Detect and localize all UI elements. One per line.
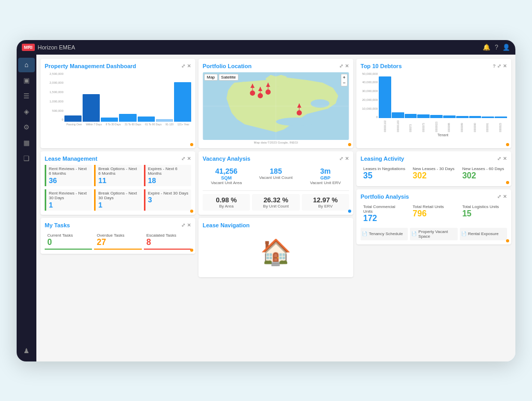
vacancy-analysis-widget: Vacancy Analysis ⤢ ✕ 41,256 SQM Vacant U… bbox=[198, 151, 353, 215]
sidebar: ⌂ ▣ ☰ ◈ ⚙ ▦ ❑ ♟ bbox=[17, 55, 36, 361]
house-icon[interactable]: 🏠 bbox=[260, 238, 291, 267]
app-layout: ⌂ ▣ ☰ ◈ ⚙ ▦ ❑ ♟ Property Management Dash… bbox=[17, 55, 515, 361]
sidebar-item-layers[interactable]: ❑ bbox=[18, 151, 35, 166]
vacancy-by-unit: 26.32 % By Unit Count bbox=[252, 194, 299, 211]
close-icon[interactable]: ✕ bbox=[345, 63, 349, 69]
lease-grid-row2: Rent Reviews - Next 30 Days 1 Break Opti… bbox=[45, 189, 191, 211]
expand-icon[interactable]: ⤢ bbox=[497, 63, 501, 69]
question-icon[interactable]: ? bbox=[493, 63, 496, 69]
leasing-negotiations: Leases in Negotiations 35 bbox=[361, 165, 408, 182]
svg-point-17 bbox=[297, 110, 302, 115]
help-icon[interactable]: ? bbox=[495, 44, 498, 51]
leasing-activity-widget: Leasing Activity ⤢ ✕ Leases in Negotiati… bbox=[356, 151, 511, 186]
lease-item-expire-30d: Expire - Next 30 Days 3 bbox=[144, 189, 191, 211]
bell-icon[interactable]: 🔔 bbox=[483, 44, 490, 51]
vacancy-sqm: 41,256 SQM Vacant Unit Area bbox=[203, 165, 250, 187]
svg-point-14 bbox=[265, 89, 271, 95]
sidebar-item-tag[interactable]: ◈ bbox=[18, 105, 35, 119]
top-debtors-widget: Top 10 Debtors ? ⤢ ✕ 50,000,000 40,000,0… bbox=[356, 59, 511, 148]
close-icon[interactable]: ✕ bbox=[187, 223, 191, 228]
vacancy-count: 185 Vacant Unit Count bbox=[252, 165, 299, 187]
chart-corner-dot bbox=[190, 143, 193, 146]
debtors-bars bbox=[379, 72, 507, 118]
sidebar-item-list[interactable]: ☰ bbox=[18, 89, 35, 104]
zoom-control[interactable]: +− bbox=[341, 74, 348, 86]
rental-exposure-link[interactable]: 📄 Rental Exposure bbox=[460, 228, 507, 240]
expand-icon[interactable]: ⤢ bbox=[339, 156, 343, 161]
app-title: Horizon EMEA bbox=[38, 44, 75, 50]
lease-item-break-30d: Break Options - Next 30 Days 1 bbox=[94, 189, 141, 211]
overdue-tasks-item: Overdue Tasks 27 bbox=[94, 231, 141, 250]
debtor-bar-3 bbox=[405, 114, 417, 118]
close-icon[interactable]: ✕ bbox=[503, 156, 507, 161]
lease-icons: ⤢ ✕ bbox=[181, 156, 191, 161]
portfolio-corner-dot bbox=[506, 239, 509, 242]
bar-6 bbox=[156, 119, 173, 122]
document-icon: 📄 bbox=[411, 231, 417, 236]
bar-2 bbox=[83, 94, 100, 121]
document-icon: 📄 bbox=[461, 231, 467, 236]
map-container: Map Satellite +− bbox=[203, 72, 349, 140]
top-debtors-title: Top 10 Debtors ? ⤢ ✕ bbox=[361, 63, 507, 69]
lease-item-break-6m: Break Options - Next 6 Months 11 bbox=[94, 165, 141, 186]
vacancy-erv: 3m GBP Vacant Unit ERV bbox=[302, 165, 349, 187]
portfolio-metrics: Total Commercial Units 172 Total Retail … bbox=[361, 203, 507, 225]
map-corner-dot bbox=[348, 143, 351, 146]
leasing-corner-dot bbox=[506, 181, 509, 184]
leasing-icons: ⤢ ✕ bbox=[497, 156, 507, 161]
close-icon[interactable]: ✕ bbox=[503, 194, 507, 199]
user-icon[interactable]: 👤 bbox=[502, 44, 510, 51]
satellite-button[interactable]: Satellite bbox=[219, 74, 238, 81]
mri-logo-text: MRI bbox=[22, 44, 35, 51]
bar-5 bbox=[138, 117, 155, 122]
map-svg bbox=[203, 72, 349, 140]
tenancy-schedule-link[interactable]: 📄 Tenancy Schedule bbox=[361, 228, 408, 240]
property-vacant-link[interactable]: 📄 Property Vacant Space bbox=[410, 228, 457, 240]
vacancy-by-area: 0.98 % By Area bbox=[203, 194, 250, 211]
close-icon[interactable]: ✕ bbox=[187, 156, 191, 161]
debtors-corner-dot bbox=[506, 143, 509, 146]
top-row: Property Management Dashboard ⤢ ✕ 2,500,… bbox=[41, 59, 511, 148]
portfolio-commercial: Total Commercial Units 172 bbox=[361, 203, 408, 225]
tasks-corner-dot bbox=[190, 249, 193, 252]
divider bbox=[203, 190, 349, 191]
expand-icon[interactable]: ⤢ bbox=[497, 194, 501, 199]
escalated-tasks-item: Escalated Tasks 8 bbox=[144, 231, 191, 250]
leasing-new-60d: New Leases - 60 Days 302 bbox=[460, 165, 507, 182]
close-icon[interactable]: ✕ bbox=[503, 63, 507, 69]
chart-x-labels: Passing Over Within 7 Days 8 To 30 Days … bbox=[64, 123, 191, 126]
expand-icon[interactable]: ⤢ bbox=[181, 156, 185, 161]
property-chart-title: Property Management Dashboard ⤢ ✕ bbox=[45, 63, 191, 69]
expand-icon[interactable]: ⤢ bbox=[339, 63, 343, 69]
lease-navigation-title: Lease Navigation bbox=[203, 222, 349, 228]
portfolio-analysis-icons: ⤢ ✕ bbox=[497, 194, 507, 199]
sidebar-item-home[interactable]: ⌂ bbox=[18, 58, 35, 72]
sidebar-item-monitor[interactable]: ▣ bbox=[18, 73, 35, 88]
right-column: Leasing Activity ⤢ ✕ Leases in Negotiati… bbox=[356, 151, 511, 277]
expand-icon[interactable]: ⤢ bbox=[181, 63, 185, 69]
close-icon[interactable]: ✕ bbox=[187, 63, 191, 69]
sidebar-item-chart[interactable]: ▦ bbox=[18, 136, 35, 150]
debtor-bar-1 bbox=[379, 76, 391, 118]
svg-point-11 bbox=[258, 93, 263, 98]
left-column: Lease Management ⤢ ✕ Rent Reviews - Next… bbox=[41, 151, 195, 277]
tasks-grid: Current Tasks 0 Overdue Tasks 27 Escalat… bbox=[45, 231, 191, 250]
portfolio-retail: Total Retail Units 796 bbox=[410, 203, 457, 225]
leasing-activity-title: Leasing Activity ⤢ ✕ bbox=[361, 156, 507, 162]
map-button[interactable]: Map bbox=[204, 74, 218, 81]
sidebar-item-user[interactable]: ♟ bbox=[18, 344, 35, 358]
leasing-grid: Leases in Negotiations 35 New Leases - 3… bbox=[361, 165, 507, 182]
sidebar-item-settings[interactable]: ⚙ bbox=[18, 120, 35, 135]
close-icon[interactable]: ✕ bbox=[345, 156, 349, 161]
expand-icon[interactable]: ⤢ bbox=[181, 223, 185, 228]
portfolio-links: 📄 Tenancy Schedule 📄 Property Vacant Spa… bbox=[361, 228, 507, 240]
portfolio-location-widget: Portfolio Location ⤢ ✕ bbox=[198, 59, 353, 148]
chart-y-axis: 2,500,000 2,000,000 1,500,000 1,000,000 … bbox=[45, 72, 64, 122]
lease-nav-content: 🏠 bbox=[203, 231, 349, 273]
my-tasks-title: My Tasks ⤢ ✕ bbox=[45, 222, 191, 228]
lease-corner-dot bbox=[190, 210, 193, 213]
property-chart-icons: ⤢ ✕ bbox=[181, 63, 191, 69]
top-bar-icons: 🔔 ? 👤 bbox=[483, 44, 510, 51]
debtor-bar-4 bbox=[417, 114, 430, 118]
expand-icon[interactable]: ⤢ bbox=[497, 156, 501, 161]
